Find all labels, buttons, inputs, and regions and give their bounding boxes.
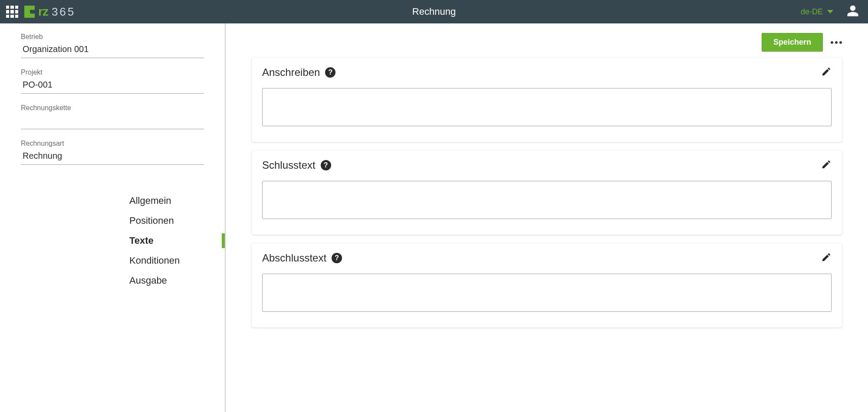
app-bar: rz 365 Rechnung de-DE [0, 0, 868, 23]
card-schlusstext: Schlusstext ? [252, 150, 842, 235]
help-icon[interactable]: ? [332, 253, 342, 263]
help-icon[interactable]: ? [321, 160, 331, 170]
language-selector[interactable]: de-DE [801, 7, 833, 16]
logo-text-365: 365 [52, 5, 76, 19]
field-rechnungsart-input[interactable] [21, 148, 204, 165]
sidebar-item-konditionen[interactable]: Konditionen [129, 251, 204, 271]
field-projekt-label: Projekt [21, 69, 204, 76]
field-rechnungskette-input[interactable] [21, 113, 204, 129]
field-projekt-input[interactable] [21, 77, 204, 94]
card-abschlusstext: Abschlusstext ? [252, 243, 842, 327]
card-schlusstext-body[interactable] [262, 181, 832, 219]
sidebar-item-positionen[interactable]: Positionen [129, 211, 204, 231]
field-betrieb-label: Betrieb [21, 33, 204, 41]
field-projekt: Projekt [21, 69, 204, 94]
sidebar-item-allgemein[interactable]: Allgemein [129, 191, 204, 211]
card-abschlusstext-body[interactable] [262, 274, 832, 312]
field-rechnungsart-label: Rechnungsart [21, 140, 204, 147]
card-anschreiben: Anschreiben ? [252, 58, 842, 142]
field-rechnungskette-label: Rechnungskette [21, 104, 204, 112]
logo-mark-icon [24, 6, 35, 18]
sidebar-item-ausgabe[interactable]: Ausgabe [129, 271, 204, 291]
save-button[interactable]: Speichern [762, 33, 823, 52]
edit-icon[interactable] [821, 159, 832, 171]
field-rechnungskette: Rechnungskette [21, 104, 204, 129]
card-anschreiben-body[interactable] [262, 88, 832, 126]
field-betrieb-input[interactable] [21, 42, 204, 58]
chevron-down-icon [827, 10, 833, 13]
field-rechnungsart: Rechnungsart [21, 140, 204, 165]
help-icon[interactable]: ? [325, 67, 335, 78]
sidebar-item-texte[interactable]: Texte [129, 231, 204, 251]
user-avatar-icon[interactable] [846, 4, 859, 19]
apps-menu-icon[interactable] [6, 6, 18, 18]
sidebar: Betrieb Projekt Rechnungskette Rechnungs… [0, 23, 226, 412]
action-row: Speichern [252, 23, 842, 52]
field-betrieb: Betrieb [21, 33, 204, 58]
logo-text-rz: rz [38, 5, 48, 19]
content-area: Speichern Anschreiben ? Schl [226, 23, 868, 412]
edit-icon[interactable] [821, 252, 832, 264]
page-title: Rechnung [0, 6, 868, 17]
card-schlusstext-title: Schlusstext [262, 159, 316, 171]
app-logo: rz 365 [24, 5, 76, 19]
card-abschlusstext-title: Abschlusstext [262, 252, 326, 264]
language-label: de-DE [801, 7, 823, 16]
edit-icon[interactable] [821, 66, 832, 78]
more-actions-icon[interactable] [831, 41, 842, 44]
card-anschreiben-title: Anschreiben [262, 66, 320, 78]
sidebar-nav: Allgemein Positionen Texte Konditionen A… [21, 191, 204, 291]
